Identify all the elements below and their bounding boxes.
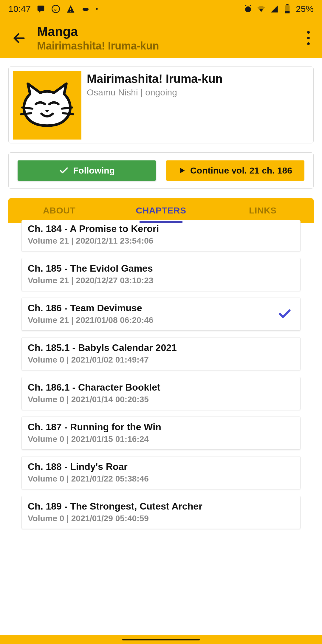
overflow-menu-button[interactable] [299, 26, 317, 50]
status-bar: 10:47 • 25% [0, 0, 322, 18]
chapter-text: Ch. 187 - Running for the WinVolume 0 | … [28, 422, 294, 444]
back-button[interactable] [7, 26, 31, 50]
chapter-row[interactable]: Ch. 186 - Team DevimuseVolume 21 | 2021/… [21, 298, 301, 331]
read-check-icon [277, 306, 292, 322]
chapter-row[interactable]: Ch. 186.1 - Character BookletVolume 0 | … [21, 377, 301, 410]
chapter-row[interactable]: Ch. 184 - A Promise to KeroriVolume 21 |… [21, 220, 301, 251]
chapter-text: Ch. 184 - A Promise to KeroriVolume 21 |… [28, 223, 294, 246]
check-icon [59, 165, 69, 176]
chapter-meta: Volume 0 | 2021/01/15 01:16:24 [28, 434, 294, 444]
app-header: Manga Mairimashita! Iruma-kun [0, 18, 322, 58]
tab-links[interactable]: LINKS [212, 198, 314, 223]
chapter-text: Ch. 186.1 - Character BookletVolume 0 | … [28, 382, 294, 404]
chapter-meta: Volume 0 | 2021/01/14 00:20:35 [28, 395, 294, 404]
chapter-text: Ch. 185 - The Evidol GamesVolume 21 | 20… [28, 263, 294, 285]
continue-label: Continue vol. 21 ch. 186 [190, 165, 292, 176]
battery-icon [283, 4, 292, 14]
manga-author: Osamu Nishi [87, 87, 138, 97]
status-left: 10:47 • [8, 4, 98, 14]
chapter-title: Ch. 187 - Running for the Win [28, 422, 294, 433]
follow-button[interactable]: Following [18, 160, 156, 181]
controller-icon [81, 4, 90, 14]
chapter-text: Ch. 188 - Lindy's RoarVolume 0 | 2021/01… [28, 461, 294, 484]
manga-info-text: Mairimashita! Iruma-kun Osamu Nishi | on… [87, 71, 309, 139]
svg-rect-2 [70, 8, 71, 10]
continue-button[interactable]: Continue vol. 21 ch. 186 [166, 160, 304, 181]
chapter-title: Ch. 185 - The Evidol Games [28, 263, 294, 274]
chapter-text: Ch. 185.1 - Babyls Calendar 2021Volume 0… [28, 342, 294, 365]
action-card: Following Continue vol. 21 ch. 186 [8, 152, 314, 189]
chapter-meta: Volume 0 | 2021/01/29 05:40:59 [28, 514, 294, 523]
svg-point-5 [245, 6, 251, 12]
header-title: Manga [37, 24, 299, 39]
clock: 10:47 [8, 4, 31, 14]
status-right: 25% [243, 4, 314, 14]
header-text: Manga Mairimashita! Iruma-kun [37, 24, 299, 52]
svg-rect-3 [70, 11, 71, 12]
message-square-icon [36, 4, 46, 14]
chapter-meta: Volume 21 | 2021/01/08 06:20:46 [28, 315, 277, 325]
svg-rect-8 [285, 11, 290, 13]
svg-rect-4 [83, 8, 89, 11]
chapter-row[interactable]: Ch. 188 - Lindy's RoarVolume 0 | 2021/01… [21, 456, 301, 489]
warning-icon [66, 4, 75, 14]
dot-icon: • [96, 5, 98, 13]
manga-status: ongoing [145, 87, 177, 97]
chapter-list[interactable]: Ch. 184 - A Promise to KeroriVolume 21 |… [8, 220, 314, 529]
signal-icon [270, 4, 279, 14]
cat-icon [19, 77, 75, 134]
chapter-title: Ch. 188 - Lindy's Roar [28, 461, 294, 472]
chapter-row[interactable]: Ch. 187 - Running for the WinVolume 0 | … [21, 417, 301, 450]
tab-about[interactable]: ABOUT [8, 198, 110, 223]
chapter-meta: Volume 21 | 2020/12/11 23:54:06 [28, 236, 294, 246]
battery-percent: 25% [296, 4, 314, 14]
wifi-icon [256, 4, 266, 14]
chapter-meta: Volume 0 | 2021/01/22 05:38:46 [28, 474, 294, 484]
chapter-title: Ch. 186.1 - Character Booklet [28, 382, 294, 393]
alarm-icon [243, 4, 253, 14]
svg-rect-0 [38, 6, 44, 11]
header-subtitle: Mairimashita! Iruma-kun [37, 40, 299, 52]
chapter-row[interactable]: Ch. 185 - The Evidol GamesVolume 21 | 20… [21, 258, 301, 291]
chapter-meta: Volume 21 | 2020/12/27 03:10:23 [28, 276, 294, 285]
chapter-title: Ch. 185.1 - Babyls Calendar 2021 [28, 342, 294, 353]
chapter-row[interactable]: Ch. 189 - The Strongest, Cutest ArcherVo… [21, 496, 301, 529]
manga-meta: Osamu Nishi | ongoing [87, 87, 309, 97]
follow-label: Following [73, 165, 115, 176]
chapter-title: Ch. 184 - A Promise to Kerori [28, 223, 294, 234]
chapter-title: Ch. 186 - Team Devimuse [28, 303, 277, 314]
svg-point-1 [52, 5, 60, 13]
chapter-row[interactable]: Ch. 185.1 - Babyls Calendar 2021Volume 0… [21, 337, 301, 370]
manga-cover[interactable] [13, 71, 81, 140]
manga-info-card: Mairimashita! Iruma-kun Osamu Nishi | on… [8, 66, 314, 143]
chapter-title: Ch. 189 - The Strongest, Cutest Archer [28, 501, 294, 512]
meta-sep: | [140, 87, 145, 97]
whatsapp-icon [51, 4, 61, 14]
svg-rect-6 [286, 4, 288, 5]
gesture-handle[interactable] [122, 639, 200, 640]
tab-chapters[interactable]: CHAPTERS [110, 198, 212, 223]
nav-bar [0, 635, 322, 644]
tabs: ABOUT CHAPTERS LINKS [8, 198, 314, 223]
play-icon [178, 167, 186, 174]
chapter-meta: Volume 0 | 2021/01/02 01:49:47 [28, 355, 294, 365]
tabs-card: ABOUT CHAPTERS LINKS Ch. 184 - A Promise… [8, 198, 314, 535]
chapter-text: Ch. 186 - Team DevimuseVolume 21 | 2021/… [28, 303, 277, 325]
manga-title: Mairimashita! Iruma-kun [87, 72, 309, 86]
chapter-text: Ch. 189 - The Strongest, Cutest ArcherVo… [28, 501, 294, 523]
